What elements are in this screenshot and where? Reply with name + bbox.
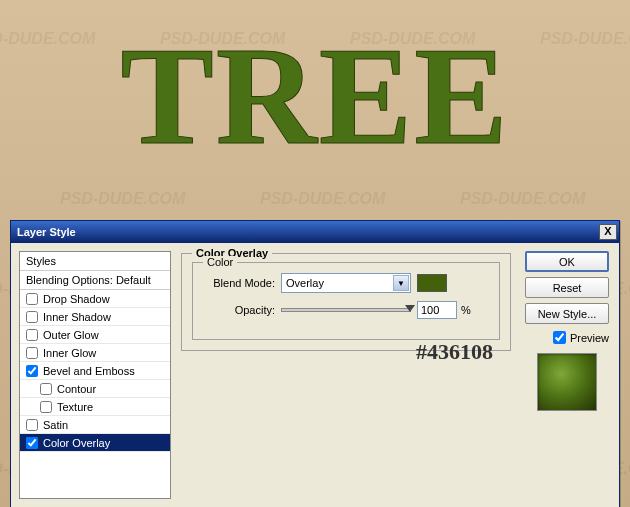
preview-toggle[interactable]: Preview	[525, 331, 609, 344]
styles-list: Styles Blending Options: Default Drop Sh…	[19, 251, 171, 499]
chevron-down-icon[interactable]: ▼	[393, 275, 409, 291]
dialog-title: Layer Style	[17, 226, 599, 238]
checkbox[interactable]	[26, 347, 38, 359]
style-item-label: Drop Shadow	[43, 293, 110, 305]
dropdown-value: Overlay	[286, 277, 324, 289]
color-overlay-fieldset: Color Overlay Color Blend Mode: Overlay …	[181, 253, 511, 351]
tree-text-effect: TREE	[0, 15, 630, 176]
style-item-outer-glow[interactable]: Outer Glow	[20, 326, 170, 344]
checkbox[interactable]	[40, 401, 52, 413]
style-item-inner-glow[interactable]: Inner Glow	[20, 344, 170, 362]
checkbox[interactable]	[26, 311, 38, 323]
style-item-label: Inner Shadow	[43, 311, 111, 323]
color-group: Color Blend Mode: Overlay ▼	[192, 262, 500, 340]
checkbox[interactable]	[26, 437, 38, 449]
checkbox[interactable]	[26, 419, 38, 431]
styles-header[interactable]: Styles	[20, 252, 170, 271]
blend-mode-label: Blend Mode:	[203, 277, 275, 289]
reset-button[interactable]: Reset	[525, 277, 609, 298]
color-group-legend: Color	[203, 256, 237, 268]
layer-style-dialog: Layer Style X Styles Blending Options: D…	[10, 220, 620, 507]
slider-thumb-icon[interactable]	[405, 305, 415, 312]
dialog-titlebar[interactable]: Layer Style X	[11, 221, 619, 243]
blending-options-item[interactable]: Blending Options: Default	[20, 271, 170, 290]
opacity-slider[interactable]	[281, 308, 411, 312]
style-item-label: Bevel and Emboss	[43, 365, 135, 377]
style-item-contour[interactable]: Contour	[20, 380, 170, 398]
style-item-bevel-emboss[interactable]: Bevel and Emboss	[20, 362, 170, 380]
canvas: PSD-DUDE.COM PSD-DUDE.COM PSD-DUDE.COM P…	[0, 0, 630, 507]
style-item-inner-shadow[interactable]: Inner Shadow	[20, 308, 170, 326]
blend-mode-dropdown[interactable]: Overlay ▼	[281, 273, 411, 293]
color-swatch[interactable]	[417, 274, 447, 292]
preview-swatch	[537, 353, 597, 411]
new-style-button[interactable]: New Style...	[525, 303, 609, 324]
checkbox[interactable]	[26, 293, 38, 305]
dialog-buttons: OK Reset New Style... Preview	[521, 243, 619, 507]
checkbox[interactable]	[26, 329, 38, 341]
style-item-label: Texture	[57, 401, 93, 413]
ok-button[interactable]: OK	[525, 251, 609, 272]
style-item-label: Contour	[57, 383, 96, 395]
style-item-satin[interactable]: Satin	[20, 416, 170, 434]
preview-checkbox[interactable]	[553, 331, 566, 344]
checkbox[interactable]	[26, 365, 38, 377]
close-button[interactable]: X	[599, 224, 617, 240]
style-item-color-overlay[interactable]: Color Overlay	[20, 434, 170, 452]
preview-label: Preview	[570, 332, 609, 344]
blend-mode-row: Blend Mode: Overlay ▼	[203, 273, 489, 293]
style-item-texture[interactable]: Texture	[20, 398, 170, 416]
checkbox[interactable]	[40, 383, 52, 395]
opacity-input[interactable]	[417, 301, 457, 319]
dialog-body: Styles Blending Options: Default Drop Sh…	[11, 243, 619, 507]
style-item-label: Outer Glow	[43, 329, 99, 341]
hex-annotation: #436108	[416, 339, 493, 365]
settings-panel: Color Overlay Color Blend Mode: Overlay …	[171, 243, 521, 507]
opacity-label: Opacity:	[203, 304, 275, 316]
opacity-unit: %	[461, 304, 471, 316]
opacity-row: Opacity: %	[203, 301, 489, 319]
style-item-drop-shadow[interactable]: Drop Shadow	[20, 290, 170, 308]
style-item-label: Satin	[43, 419, 68, 431]
style-item-label: Inner Glow	[43, 347, 96, 359]
style-item-label: Color Overlay	[43, 437, 110, 449]
